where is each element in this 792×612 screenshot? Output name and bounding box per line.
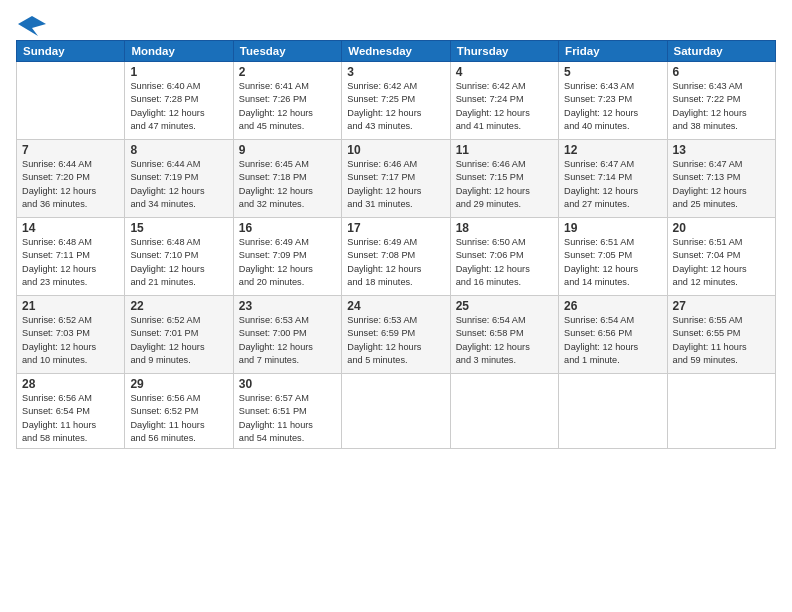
- day-info: Sunrise: 6:43 AM Sunset: 7:22 PM Dayligh…: [673, 80, 770, 133]
- calendar-week-row: 1Sunrise: 6:40 AM Sunset: 7:28 PM Daylig…: [17, 62, 776, 140]
- day-info: Sunrise: 6:51 AM Sunset: 7:05 PM Dayligh…: [564, 236, 661, 289]
- calendar-cell: 30Sunrise: 6:57 AM Sunset: 6:51 PM Dayli…: [233, 374, 341, 449]
- calendar-cell: 16Sunrise: 6:49 AM Sunset: 7:09 PM Dayli…: [233, 218, 341, 296]
- day-number: 7: [22, 143, 119, 157]
- weekday-header: Saturday: [667, 41, 775, 62]
- calendar-cell: 3Sunrise: 6:42 AM Sunset: 7:25 PM Daylig…: [342, 62, 450, 140]
- calendar-cell: 18Sunrise: 6:50 AM Sunset: 7:06 PM Dayli…: [450, 218, 558, 296]
- day-info: Sunrise: 6:43 AM Sunset: 7:23 PM Dayligh…: [564, 80, 661, 133]
- day-number: 15: [130, 221, 227, 235]
- weekday-header: Thursday: [450, 41, 558, 62]
- day-info: Sunrise: 6:41 AM Sunset: 7:26 PM Dayligh…: [239, 80, 336, 133]
- calendar-cell: 8Sunrise: 6:44 AM Sunset: 7:19 PM Daylig…: [125, 140, 233, 218]
- day-number: 30: [239, 377, 336, 391]
- weekday-header: Wednesday: [342, 41, 450, 62]
- day-number: 3: [347, 65, 444, 79]
- page: SundayMondayTuesdayWednesdayThursdayFrid…: [0, 0, 792, 612]
- calendar-cell: 2Sunrise: 6:41 AM Sunset: 7:26 PM Daylig…: [233, 62, 341, 140]
- calendar-table: SundayMondayTuesdayWednesdayThursdayFrid…: [16, 40, 776, 449]
- day-number: 2: [239, 65, 336, 79]
- day-info: Sunrise: 6:53 AM Sunset: 6:59 PM Dayligh…: [347, 314, 444, 367]
- day-info: Sunrise: 6:48 AM Sunset: 7:10 PM Dayligh…: [130, 236, 227, 289]
- day-info: Sunrise: 6:56 AM Sunset: 6:52 PM Dayligh…: [130, 392, 227, 445]
- day-info: Sunrise: 6:44 AM Sunset: 7:19 PM Dayligh…: [130, 158, 227, 211]
- day-number: 14: [22, 221, 119, 235]
- calendar-cell: 29Sunrise: 6:56 AM Sunset: 6:52 PM Dayli…: [125, 374, 233, 449]
- calendar-cell: [450, 374, 558, 449]
- day-info: Sunrise: 6:57 AM Sunset: 6:51 PM Dayligh…: [239, 392, 336, 445]
- day-info: Sunrise: 6:46 AM Sunset: 7:15 PM Dayligh…: [456, 158, 553, 211]
- day-number: 12: [564, 143, 661, 157]
- day-number: 9: [239, 143, 336, 157]
- calendar-cell: 15Sunrise: 6:48 AM Sunset: 7:10 PM Dayli…: [125, 218, 233, 296]
- day-number: 24: [347, 299, 444, 313]
- calendar-cell: 23Sunrise: 6:53 AM Sunset: 7:00 PM Dayli…: [233, 296, 341, 374]
- day-number: 11: [456, 143, 553, 157]
- weekday-header: Tuesday: [233, 41, 341, 62]
- calendar-cell: 28Sunrise: 6:56 AM Sunset: 6:54 PM Dayli…: [17, 374, 125, 449]
- day-info: Sunrise: 6:51 AM Sunset: 7:04 PM Dayligh…: [673, 236, 770, 289]
- svg-marker-0: [18, 16, 46, 36]
- day-info: Sunrise: 6:49 AM Sunset: 7:09 PM Dayligh…: [239, 236, 336, 289]
- calendar-week-row: 7Sunrise: 6:44 AM Sunset: 7:20 PM Daylig…: [17, 140, 776, 218]
- calendar-cell: 11Sunrise: 6:46 AM Sunset: 7:15 PM Dayli…: [450, 140, 558, 218]
- calendar-cell: 19Sunrise: 6:51 AM Sunset: 7:05 PM Dayli…: [559, 218, 667, 296]
- day-number: 6: [673, 65, 770, 79]
- weekday-header: Sunday: [17, 41, 125, 62]
- day-number: 25: [456, 299, 553, 313]
- calendar-week-row: 21Sunrise: 6:52 AM Sunset: 7:03 PM Dayli…: [17, 296, 776, 374]
- calendar-cell: 26Sunrise: 6:54 AM Sunset: 6:56 PM Dayli…: [559, 296, 667, 374]
- calendar-cell: 27Sunrise: 6:55 AM Sunset: 6:55 PM Dayli…: [667, 296, 775, 374]
- calendar-cell: 20Sunrise: 6:51 AM Sunset: 7:04 PM Dayli…: [667, 218, 775, 296]
- day-number: 13: [673, 143, 770, 157]
- day-number: 22: [130, 299, 227, 313]
- day-info: Sunrise: 6:49 AM Sunset: 7:08 PM Dayligh…: [347, 236, 444, 289]
- calendar-cell: [342, 374, 450, 449]
- day-number: 18: [456, 221, 553, 235]
- day-info: Sunrise: 6:42 AM Sunset: 7:24 PM Dayligh…: [456, 80, 553, 133]
- calendar-cell: 21Sunrise: 6:52 AM Sunset: 7:03 PM Dayli…: [17, 296, 125, 374]
- day-number: 27: [673, 299, 770, 313]
- day-info: Sunrise: 6:52 AM Sunset: 7:01 PM Dayligh…: [130, 314, 227, 367]
- day-info: Sunrise: 6:42 AM Sunset: 7:25 PM Dayligh…: [347, 80, 444, 133]
- day-info: Sunrise: 6:45 AM Sunset: 7:18 PM Dayligh…: [239, 158, 336, 211]
- calendar-cell: 22Sunrise: 6:52 AM Sunset: 7:01 PM Dayli…: [125, 296, 233, 374]
- calendar-cell: [559, 374, 667, 449]
- day-info: Sunrise: 6:47 AM Sunset: 7:14 PM Dayligh…: [564, 158, 661, 211]
- weekday-header: Monday: [125, 41, 233, 62]
- day-number: 21: [22, 299, 119, 313]
- calendar-cell: 10Sunrise: 6:46 AM Sunset: 7:17 PM Dayli…: [342, 140, 450, 218]
- day-number: 29: [130, 377, 227, 391]
- calendar-cell: 13Sunrise: 6:47 AM Sunset: 7:13 PM Dayli…: [667, 140, 775, 218]
- day-number: 17: [347, 221, 444, 235]
- logo: [16, 14, 46, 32]
- calendar-cell: [667, 374, 775, 449]
- day-info: Sunrise: 6:46 AM Sunset: 7:17 PM Dayligh…: [347, 158, 444, 211]
- day-info: Sunrise: 6:40 AM Sunset: 7:28 PM Dayligh…: [130, 80, 227, 133]
- day-info: Sunrise: 6:54 AM Sunset: 6:58 PM Dayligh…: [456, 314, 553, 367]
- day-number: 20: [673, 221, 770, 235]
- day-number: 5: [564, 65, 661, 79]
- calendar-cell: 5Sunrise: 6:43 AM Sunset: 7:23 PM Daylig…: [559, 62, 667, 140]
- calendar-cell: 9Sunrise: 6:45 AM Sunset: 7:18 PM Daylig…: [233, 140, 341, 218]
- calendar-cell: 6Sunrise: 6:43 AM Sunset: 7:22 PM Daylig…: [667, 62, 775, 140]
- calendar-cell: 1Sunrise: 6:40 AM Sunset: 7:28 PM Daylig…: [125, 62, 233, 140]
- day-info: Sunrise: 6:53 AM Sunset: 7:00 PM Dayligh…: [239, 314, 336, 367]
- day-number: 4: [456, 65, 553, 79]
- calendar-cell: 17Sunrise: 6:49 AM Sunset: 7:08 PM Dayli…: [342, 218, 450, 296]
- day-number: 26: [564, 299, 661, 313]
- weekday-header: Friday: [559, 41, 667, 62]
- day-info: Sunrise: 6:50 AM Sunset: 7:06 PM Dayligh…: [456, 236, 553, 289]
- day-info: Sunrise: 6:52 AM Sunset: 7:03 PM Dayligh…: [22, 314, 119, 367]
- day-info: Sunrise: 6:44 AM Sunset: 7:20 PM Dayligh…: [22, 158, 119, 211]
- calendar-cell: 4Sunrise: 6:42 AM Sunset: 7:24 PM Daylig…: [450, 62, 558, 140]
- calendar-cell: 7Sunrise: 6:44 AM Sunset: 7:20 PM Daylig…: [17, 140, 125, 218]
- day-info: Sunrise: 6:56 AM Sunset: 6:54 PM Dayligh…: [22, 392, 119, 445]
- day-number: 23: [239, 299, 336, 313]
- calendar-week-row: 14Sunrise: 6:48 AM Sunset: 7:11 PM Dayli…: [17, 218, 776, 296]
- day-number: 28: [22, 377, 119, 391]
- header: [16, 10, 776, 32]
- day-info: Sunrise: 6:55 AM Sunset: 6:55 PM Dayligh…: [673, 314, 770, 367]
- calendar-cell: [17, 62, 125, 140]
- day-number: 16: [239, 221, 336, 235]
